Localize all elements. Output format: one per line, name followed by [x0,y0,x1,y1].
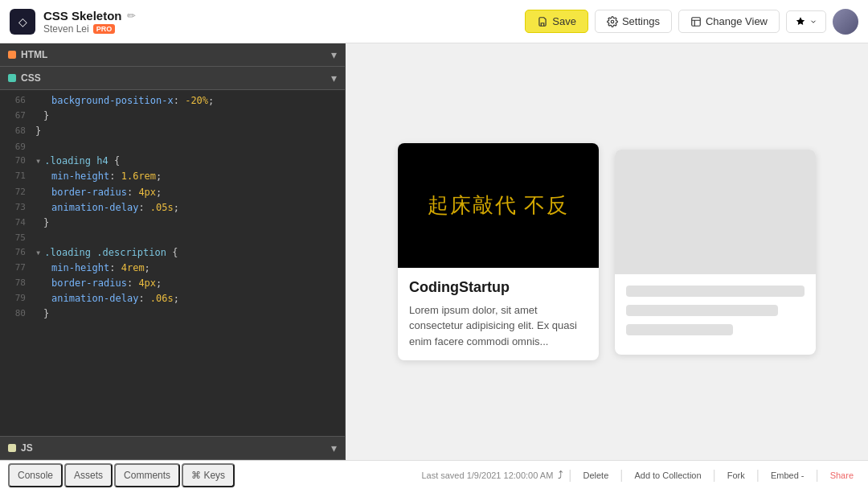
code-line: 76▾.loading .description { [0,245,345,261]
js-section-header: JS ▾ [0,437,345,460]
semicolon: ; [208,93,214,109]
bottom-tab-console[interactable]: Console [8,463,63,487]
colon: : [109,169,121,184]
header-title-group: CSS Skeleton ✏ Steven Lei PRO [43,9,136,35]
code-line: 71min-height: 1.6rem; [0,169,345,184]
settings-label: Settings [622,15,660,27]
save-icon [537,16,548,27]
main-content: HTML ▾ CSS ▾ 66background-position-x: -2… [0,43,868,460]
share-button[interactable]: Share [824,467,860,483]
separator-2: | [620,468,623,483]
bottom-tab-assets[interactable]: Assets [64,463,113,487]
css-collapse-button[interactable]: ▾ [331,72,337,84]
property-name: border-radius [51,185,127,200]
editor-panel: HTML ▾ CSS ▾ 66background-position-x: -2… [0,43,346,460]
edit-icon[interactable]: ✏ [127,10,136,22]
semicolon: ; [156,169,162,184]
indent [35,200,51,216]
line-number: 72 [0,185,26,200]
brace-open: { [114,154,120,169]
code-line: 70▾.loading h4 { [0,154,345,169]
gear-icon [607,16,618,27]
delete-button[interactable]: Delete [576,467,615,483]
colon: : [138,291,149,306]
colon: : [138,200,149,216]
code-line: 79animation-delay: .06s; [0,291,345,306]
colon: : [127,276,138,291]
css-code-area[interactable]: 66background-position-x: -20%;67}68}6970… [0,90,345,436]
preview-panel: 起床敲代 不反 CodingStartup Lorem ipsum dolor,… [346,43,868,460]
line-number: 78 [0,276,26,291]
settings-button[interactable]: Settings [595,10,672,33]
line-number: 77 [0,261,26,276]
property-name: min-height [51,261,109,276]
skeleton-image [615,150,816,274]
indent [35,216,43,231]
colon: : [109,261,121,276]
separator-3: | [713,468,716,483]
pin-button[interactable] [786,10,826,33]
semicolon: ; [145,261,150,276]
code-line: 77min-height: 4rem; [0,261,345,276]
separator-5: | [815,468,818,483]
add-to-collection-button[interactable]: Add to Collection [628,467,707,483]
indent [35,93,51,109]
colon: : [174,93,185,109]
html-section: HTML ▾ [0,43,345,67]
skeleton-card [615,150,816,355]
line-number: 75 [0,231,26,245]
line-number: 74 [0,216,26,231]
js-collapse-button[interactable]: ▾ [331,442,337,454]
property-value: -20% [185,93,208,109]
html-dot [8,51,16,59]
line-number: 80 [0,306,26,322]
property-name: animation-delay [51,200,138,216]
embed-button[interactable]: Embed - [764,467,811,483]
chevron-down-icon [809,18,817,26]
code-line: 73animation-delay: .05s; [0,200,345,216]
code-line: 75 [0,231,345,245]
semicolon: ; [156,185,162,200]
pin-icon [795,16,806,27]
separator-4: | [756,468,760,483]
bottom-tab-comments[interactable]: Comments [114,463,180,487]
property-name: border-radius [51,276,127,291]
logo-icon: ◇ [10,9,35,35]
html-collapse-button[interactable]: ▾ [331,48,337,61]
avatar [833,9,858,35]
selector-text: .loading h4 [44,154,114,169]
save-button[interactable]: Save [525,10,588,33]
header-subtitle: Steven Lei PRO [43,23,136,35]
share-icon[interactable]: ⤴ [558,469,563,481]
fold-dot: ▾ [35,245,41,261]
semicolon: ; [174,200,179,216]
indent [35,169,51,184]
skeleton-line-2 [626,305,778,316]
property-name: background-position-x [51,93,174,109]
indent [35,109,43,124]
line-number: 79 [0,291,26,306]
property-name: min-height [51,169,109,184]
line-number: 67 [0,109,26,124]
html-label: HTML [8,49,47,60]
separator-1: | [568,468,571,483]
brace-close: } [43,216,49,231]
bottom-actions: Last saved 1/9/2021 12:00:00 AM ⤴ | Dele… [421,467,860,483]
code-line: 68} [0,124,345,139]
js-dot [8,444,16,452]
property-value: 4px [138,185,156,200]
code-line: 67} [0,109,345,124]
skeleton-line-3 [626,324,733,335]
fold-dot: ▾ [35,154,41,169]
bottom-tab-⌘-keys[interactable]: ⌘ Keys [182,463,235,487]
brace-close: } [43,109,49,124]
bottom-tabs: ConsoleAssetsComments⌘ Keys [8,463,235,487]
header-right: Save Settings Change View [525,9,858,35]
code-line: 78border-radius: 4px; [0,276,345,291]
change-view-button[interactable]: Change View [678,10,780,33]
css-dot [8,74,16,82]
page-title: CSS Skeleton [43,9,122,23]
fork-button[interactable]: Fork [721,467,751,483]
indent [35,185,51,200]
property-name: animation-delay [51,291,138,306]
